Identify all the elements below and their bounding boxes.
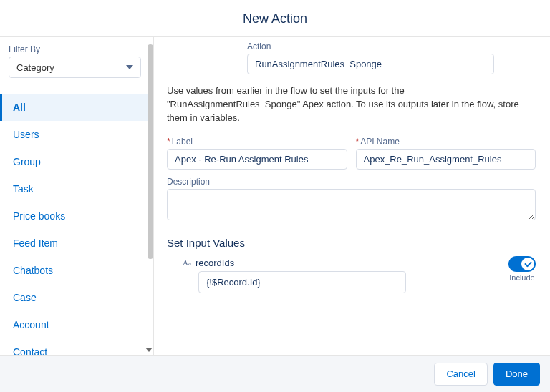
apiname-field-group: *API Name bbox=[356, 137, 536, 170]
main-panel: Action Use values from earlier in the fl… bbox=[154, 37, 550, 356]
action-field-group: Action bbox=[247, 41, 536, 74]
filter-select-value: Category bbox=[16, 62, 54, 73]
include-toggle[interactable] bbox=[508, 256, 536, 272]
sidebar-item-all[interactable]: All bbox=[0, 94, 153, 121]
description-field-group: Description bbox=[167, 177, 536, 222]
input-row-recordids: Aa recordIds Include bbox=[167, 258, 536, 293]
toggle-knob bbox=[521, 258, 534, 270]
sidebar-item-account[interactable]: Account bbox=[0, 311, 153, 338]
category-list: All Users Group Task Price books Feed It… bbox=[0, 94, 153, 392]
sidebar-item-chatbots[interactable]: Chatbots bbox=[0, 257, 153, 284]
include-label: Include bbox=[508, 273, 536, 282]
label-field-group: *Label bbox=[167, 137, 347, 170]
sidebar: Filter By Category All Users Group Task … bbox=[0, 37, 154, 356]
sidebar-scroll-down-icon[interactable] bbox=[145, 346, 153, 354]
sidebar-item-feeditem[interactable]: Feed Item bbox=[0, 230, 153, 257]
description-label: Description bbox=[167, 177, 536, 187]
action-label: Action bbox=[247, 41, 536, 52]
modal-header: New Action bbox=[0, 0, 550, 37]
modal-footer: Cancel Done bbox=[0, 355, 550, 392]
done-button[interactable]: Done bbox=[493, 363, 540, 386]
description-input[interactable] bbox=[167, 189, 536, 220]
filterby-label: Filter By bbox=[9, 44, 145, 54]
filter-select[interactable]: Category bbox=[9, 57, 141, 78]
apiname-label: *API Name bbox=[356, 137, 536, 147]
check-icon bbox=[524, 259, 532, 267]
cancel-button[interactable]: Cancel bbox=[434, 363, 487, 386]
sidebar-item-group[interactable]: Group bbox=[0, 148, 153, 175]
modal-body: Filter By Category All Users Group Task … bbox=[0, 37, 550, 356]
label-input[interactable] bbox=[167, 149, 347, 170]
sidebar-scrollbar[interactable] bbox=[148, 44, 153, 259]
recordids-input[interactable] bbox=[198, 271, 406, 293]
helptext: Use values from earlier in the flow to s… bbox=[167, 84, 536, 125]
chevron-down-icon bbox=[126, 65, 133, 69]
modal-title: New Action bbox=[0, 11, 550, 26]
sidebar-item-pricebooks[interactable]: Price books bbox=[0, 202, 153, 230]
apiname-input[interactable] bbox=[356, 149, 536, 170]
set-input-values-title: Set Input Values bbox=[167, 237, 536, 249]
text-type-icon: Aa bbox=[183, 258, 191, 267]
sidebar-item-users[interactable]: Users bbox=[0, 121, 153, 148]
label-label: *Label bbox=[167, 137, 347, 147]
input-name: recordIds bbox=[196, 258, 234, 268]
action-input[interactable] bbox=[247, 54, 494, 74]
sidebar-item-case[interactable]: Case bbox=[0, 284, 153, 311]
sidebar-item-task[interactable]: Task bbox=[0, 175, 153, 202]
